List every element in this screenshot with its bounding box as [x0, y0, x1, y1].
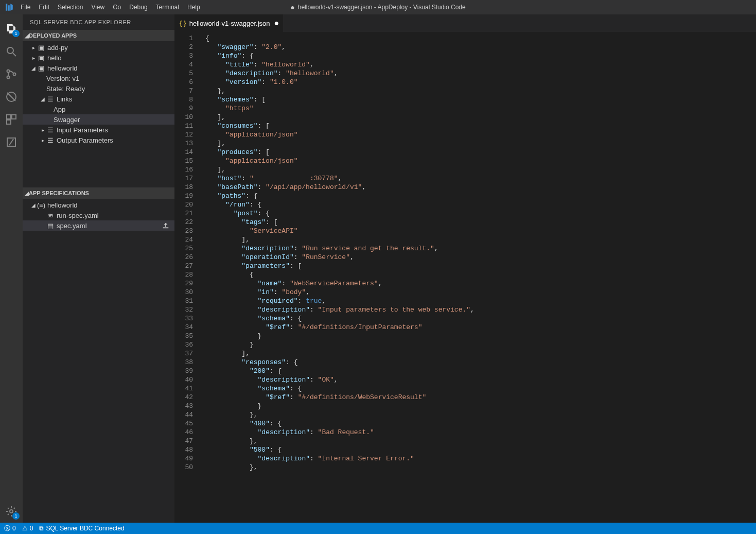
- tab-bar: { } helloworld-v1-swagger.json ●: [174, 14, 756, 32]
- json-file-icon: { }: [180, 20, 186, 27]
- section-deployed-label: DEPLOYED APPS: [29, 32, 77, 39]
- svg-rect-9: [7, 120, 11, 124]
- tree-item-run-spec[interactable]: ≋ run-spec.yaml: [23, 210, 174, 220]
- svg-point-11: [10, 510, 13, 513]
- tree-item-links[interactable]: ◢ ☰ Links: [23, 94, 174, 104]
- activity-notebook[interactable]: [0, 131, 23, 153]
- svg-point-3: [7, 76, 10, 79]
- window-title: ● helloworld-v1-swagger.json - AppDeploy…: [290, 3, 465, 11]
- svg-rect-7: [7, 115, 11, 119]
- section-deployed-apps[interactable]: ◢ DEPLOYED APPS: [23, 30, 174, 41]
- chevron-right-icon: ▸: [39, 127, 46, 133]
- deploy-action-icon[interactable]: [162, 222, 174, 229]
- code-content[interactable]: { "swagger": "2.0", "info": { "title": "…: [200, 32, 756, 523]
- status-warnings[interactable]: ⚠ 0: [22, 525, 33, 532]
- settings-badge: 1: [12, 512, 20, 520]
- svg-point-2: [7, 70, 10, 73]
- tree-item-version[interactable]: Version: v1: [23, 73, 174, 83]
- section-specs-label: APP SPECIFICATIONS: [29, 190, 89, 196]
- tree-item-link-swagger[interactable]: Swagger: [23, 114, 174, 125]
- tree-item-helloworld[interactable]: ◢ ▣ helloworld: [23, 63, 174, 73]
- app-icon: ▣: [37, 54, 45, 62]
- code-editor[interactable]: 1234567891011121314151617181920212223242…: [174, 32, 756, 523]
- app-icon: ▣: [37, 64, 45, 72]
- status-connection[interactable]: ⧉ SQL Server BDC Connected: [39, 525, 124, 532]
- activity-search[interactable]: [0, 40, 23, 63]
- tree-item-state[interactable]: State: Ready: [23, 83, 174, 94]
- yaml-file-icon: ≋: [46, 212, 55, 219]
- chevron-down-icon: ◢: [25, 190, 29, 197]
- namespace-icon: (≡): [37, 201, 45, 209]
- svg-line-1: [13, 53, 16, 56]
- svg-line-6: [7, 93, 15, 101]
- tab-dirty-icon: ●: [274, 19, 279, 28]
- menu-edit[interactable]: Edit: [34, 2, 54, 13]
- list-icon: ☰: [46, 136, 55, 144]
- tree-item-output-params[interactable]: ▸ ☰ Output Parameters: [23, 135, 174, 145]
- chevron-down-icon: ◢: [39, 96, 46, 102]
- menu-help[interactable]: Help: [183, 2, 204, 13]
- chevron-right-icon: ▸: [30, 55, 37, 61]
- menu-go[interactable]: Go: [109, 2, 125, 13]
- dirty-indicator-icon: ●: [290, 3, 294, 11]
- activity-settings[interactable]: 1: [0, 500, 23, 523]
- activity-scm[interactable]: [0, 63, 23, 85]
- editor-group: { } helloworld-v1-swagger.json ● 1234567…: [174, 14, 756, 523]
- chevron-down-icon: ◢: [25, 32, 29, 39]
- status-connection-text: SQL Server BDC Connected: [46, 525, 124, 532]
- menu-view[interactable]: View: [87, 2, 109, 13]
- menu-selection[interactable]: Selection: [54, 2, 87, 13]
- tree-item-spec-yaml[interactable]: ▤ spec.yaml: [23, 220, 174, 231]
- svg-point-4: [13, 73, 16, 76]
- line-gutter: 1234567891011121314151617181920212223242…: [174, 32, 200, 523]
- tree-item-add-py[interactable]: ▸ ▣ add-py: [23, 42, 174, 53]
- warning-icon: ⚠: [22, 525, 28, 532]
- title-bar: File Edit Selection View Go Debug Termin…: [0, 0, 756, 14]
- activity-extensions[interactable]: [0, 108, 23, 131]
- status-errors[interactable]: ⓧ 0: [4, 524, 16, 533]
- status-warning-count: 0: [30, 525, 33, 532]
- yaml-file-icon: ▤: [46, 222, 55, 230]
- list-icon: ☰: [46, 126, 55, 134]
- menu-file[interactable]: File: [16, 2, 34, 13]
- activity-bar: 1 1: [0, 14, 23, 523]
- window-title-text: helloworld-v1-swagger.json - AppDeploy -…: [298, 4, 466, 11]
- status-error-count: 0: [12, 525, 16, 532]
- tree-item-input-params[interactable]: ▸ ☰ Input Parameters: [23, 125, 174, 135]
- tree-item-hello[interactable]: ▸ ▣ hello: [23, 53, 174, 63]
- tab-label: helloworld-v1-swagger.json: [189, 20, 270, 27]
- chevron-down-icon: ◢: [30, 202, 37, 208]
- chevron-down-icon: ◢: [30, 65, 37, 71]
- activity-debug[interactable]: [0, 85, 23, 108]
- chevron-right-icon: ▸: [39, 137, 46, 143]
- error-icon: ⓧ: [4, 524, 10, 533]
- svg-point-0: [7, 47, 13, 54]
- sidebar: SQL SERVER BDC APP EXPLORER ◢ DEPLOYED A…: [23, 14, 174, 523]
- link-icon: ⧉: [39, 525, 44, 532]
- menu-debug[interactable]: Debug: [125, 2, 151, 13]
- activity-explorer[interactable]: 1: [0, 18, 23, 40]
- status-bar: ⓧ 0 ⚠ 0 ⧉ SQL Server BDC Connected: [0, 523, 756, 534]
- tree-item-link-app[interactable]: App: [23, 104, 174, 114]
- tree-item-spec-helloworld[interactable]: ◢ (≡) helloworld: [23, 200, 174, 210]
- menu-terminal[interactable]: Terminal: [152, 2, 183, 13]
- sidebar-title: SQL SERVER BDC APP EXPLORER: [23, 14, 174, 30]
- editor-tab[interactable]: { } helloworld-v1-swagger.json ●: [174, 14, 284, 32]
- app-logo-icon: [4, 2, 14, 12]
- section-app-specs[interactable]: ◢ APP SPECIFICATIONS: [23, 187, 174, 199]
- list-icon: ☰: [46, 95, 55, 103]
- svg-rect-8: [12, 115, 16, 119]
- chevron-right-icon: ▸: [30, 45, 37, 50]
- app-icon: ▣: [37, 44, 45, 51]
- explorer-badge: 1: [12, 30, 20, 37]
